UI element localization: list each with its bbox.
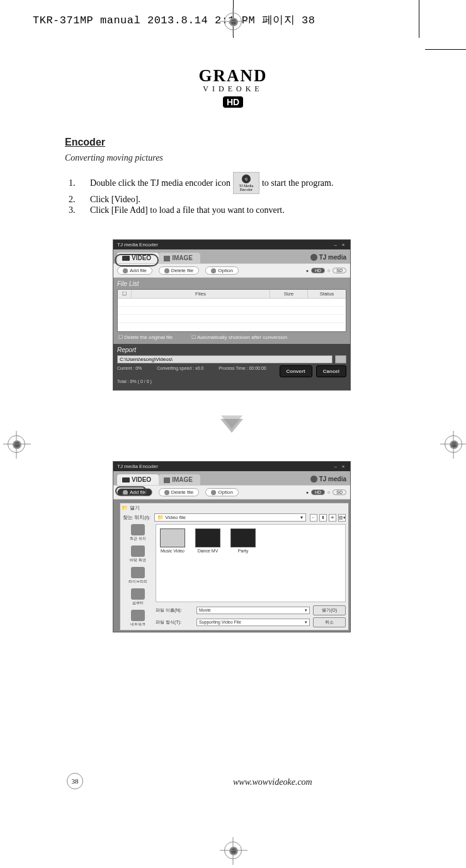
quality-sd-toggle[interactable]: SD bbox=[332, 268, 346, 273]
add-file-button[interactable]: Add file bbox=[117, 266, 152, 275]
recent-icon bbox=[131, 524, 145, 535]
browse-button[interactable]: … bbox=[335, 355, 346, 363]
stat-current: Current : 0% bbox=[117, 366, 142, 370]
sidebar-item-desktop[interactable]: 바탕 화면 bbox=[130, 545, 146, 563]
library-icon bbox=[131, 567, 145, 578]
video-thumbnail-icon bbox=[230, 528, 256, 547]
crop-mark bbox=[419, 0, 419, 38]
option-button[interactable]: Option bbox=[205, 266, 239, 275]
window-title: TJ media Encoder bbox=[117, 464, 158, 469]
file-item[interactable]: Party bbox=[230, 528, 256, 553]
open-button[interactable]: 열기(O) bbox=[313, 605, 346, 615]
footer-url: www.wowvideoke.com bbox=[233, 777, 312, 787]
step-1: 1. Double click the TJ media encoder ico… bbox=[65, 172, 399, 194]
sidebar-item-network[interactable]: 네트워크 bbox=[130, 610, 145, 627]
file-item[interactable]: Dance MV bbox=[195, 528, 220, 553]
minus-icon bbox=[164, 268, 169, 273]
delete-file-button[interactable]: Delete file bbox=[159, 266, 200, 275]
up-icon[interactable]: ⬆ bbox=[319, 514, 327, 522]
chevron-down-icon: ▾ bbox=[305, 608, 307, 613]
brand-logo: GRAND VIDEOKE HD bbox=[0, 66, 466, 108]
cancel-button[interactable]: Cancel bbox=[316, 365, 346, 377]
dialog-title: 열기 bbox=[130, 505, 140, 511]
quality-hd-toggle[interactable]: HD bbox=[311, 268, 325, 273]
look-in-label: 찾는 위치(I): bbox=[123, 514, 151, 521]
filename-input[interactable]: Movie▾ bbox=[196, 607, 310, 614]
image-icon bbox=[164, 477, 170, 483]
delete-original-checkbox[interactable]: Delete the original file bbox=[118, 334, 173, 340]
delete-file-button[interactable]: Delete file bbox=[159, 488, 200, 496]
filetype-label: 파일 형식(T): bbox=[156, 619, 193, 625]
hd-badge-icon: HD bbox=[223, 96, 243, 108]
sidebar-item-recent[interactable]: 최근 위치 bbox=[130, 524, 146, 542]
registration-mark-icon bbox=[445, 435, 462, 453]
image-icon bbox=[164, 256, 170, 261]
close-icon[interactable]: × bbox=[340, 464, 346, 469]
filetype-combo[interactable]: Supporting Video File▾ bbox=[196, 619, 310, 626]
window-titlebar: TJ media Encoder – × bbox=[113, 240, 350, 249]
filelist-heading: File List bbox=[117, 280, 346, 287]
close-icon[interactable]: × bbox=[340, 242, 346, 248]
minimize-icon[interactable]: – bbox=[332, 464, 339, 469]
option-button[interactable]: Option bbox=[205, 488, 239, 496]
window-title: TJ media Encoder bbox=[117, 242, 158, 248]
encoder-open-dialog-window: TJ media Encoder – × VIDEO IMAGE TJ medi… bbox=[113, 461, 351, 632]
look-in-combo[interactable]: 📁 Video file ▾ bbox=[154, 513, 306, 522]
table-row bbox=[118, 323, 346, 331]
video-thumbnail-icon bbox=[195, 528, 220, 547]
sidebar-item-library[interactable]: 라이브러리 bbox=[128, 567, 147, 585]
convert-button[interactable]: Convert bbox=[280, 365, 312, 377]
step-text: to start the program. bbox=[262, 178, 334, 188]
tab-image[interactable]: IMAGE bbox=[159, 474, 200, 485]
report-heading: Report bbox=[117, 346, 346, 353]
column-header-files: Files bbox=[132, 290, 270, 298]
table-row bbox=[118, 315, 346, 323]
step-text: Click [File Add] to load a file that you… bbox=[90, 205, 285, 215]
section-title: Encoder bbox=[65, 137, 399, 148]
quality-sd-toggle[interactable]: SD bbox=[332, 489, 346, 495]
desktop-icon bbox=[131, 545, 145, 557]
new-folder-icon[interactable]: ✳ bbox=[329, 514, 336, 522]
minimize-icon[interactable]: – bbox=[332, 242, 339, 248]
column-header-status: Status bbox=[308, 290, 346, 298]
output-path-input[interactable] bbox=[117, 355, 332, 363]
stat-time: Process Time : 00:00:00 bbox=[219, 366, 266, 370]
step-number: 3. bbox=[65, 205, 90, 215]
file-item[interactable]: Music Video bbox=[160, 528, 185, 553]
app-brand: TJ media bbox=[310, 254, 346, 263]
file-browser-pane[interactable]: Music Video Dance MV Party bbox=[156, 524, 346, 602]
network-icon bbox=[131, 610, 145, 621]
registration-mark-icon bbox=[224, 842, 242, 859]
plus-icon bbox=[123, 268, 128, 273]
select-all-checkbox[interactable]: ☐ bbox=[118, 290, 132, 298]
tj-logo-icon bbox=[310, 254, 317, 261]
step-3: 3. Click [File Add] to load a file that … bbox=[65, 205, 399, 215]
chevron-down-icon: ▾ bbox=[300, 515, 303, 520]
column-header-size: Size bbox=[270, 290, 308, 298]
step-number: 1. bbox=[65, 178, 90, 188]
registration-mark-icon bbox=[8, 435, 25, 453]
highlight-oval-icon bbox=[115, 486, 147, 496]
window-titlebar: TJ media Encoder – × bbox=[113, 462, 350, 471]
stat-total: Total : 0% ( 0 / 0 ) bbox=[117, 379, 346, 384]
tab-label: IMAGE bbox=[172, 254, 193, 261]
cancel-button[interactable]: 취소 bbox=[313, 617, 346, 627]
section-subtitle: Converting moving pictures bbox=[65, 153, 399, 163]
brand-name: GRAND bbox=[0, 66, 466, 86]
view-menu-icon[interactable]: ▥▾ bbox=[338, 514, 346, 522]
instruction-list: 1. Double click the TJ media encoder ico… bbox=[65, 172, 399, 215]
back-icon[interactable]: ← bbox=[310, 514, 317, 522]
table-row bbox=[118, 299, 346, 307]
places-sidebar: 최근 위치 바탕 화면 라이브러리 컴퓨터 네트워크 bbox=[123, 524, 153, 627]
tab-label: VIDEO bbox=[132, 476, 151, 483]
encoder-main-window: TJ media Encoder – × VIDEO IMAGE TJ medi… bbox=[113, 239, 351, 391]
tab-image[interactable]: IMAGE bbox=[159, 253, 200, 263]
step-number: 2. bbox=[65, 195, 90, 205]
quality-hd-toggle[interactable]: HD bbox=[311, 489, 325, 495]
tj-media-encoder-icon: tj TJ Media Encoder bbox=[233, 172, 259, 194]
filename-label: 파일 이름(N): bbox=[156, 607, 193, 614]
gear-icon bbox=[211, 490, 216, 495]
sidebar-item-computer[interactable]: 컴퓨터 bbox=[131, 588, 145, 606]
tab-video[interactable]: VIDEO bbox=[117, 474, 159, 485]
auto-shutdown-checkbox[interactable]: Automatically shutdown after conversion bbox=[191, 334, 287, 340]
